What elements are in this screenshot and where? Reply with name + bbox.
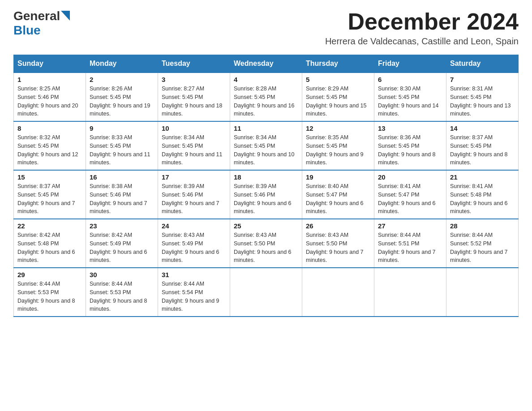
calendar-cell: 11Sunrise: 8:34 AMSunset: 5:45 PMDayligh…	[230, 121, 302, 170]
day-info: Sunrise: 8:44 AMSunset: 5:54 PMDaylight:…	[162, 280, 226, 313]
calendar-cell: 26Sunrise: 8:43 AMSunset: 5:50 PMDayligh…	[302, 219, 374, 268]
calendar-cell: 27Sunrise: 8:44 AMSunset: 5:51 PMDayligh…	[374, 219, 446, 268]
day-info: Sunrise: 8:42 AMSunset: 5:49 PMDaylight:…	[90, 231, 154, 265]
calendar-week-row: 15Sunrise: 8:37 AMSunset: 5:45 PMDayligh…	[14, 170, 519, 219]
day-number: 16	[90, 173, 154, 181]
day-info: Sunrise: 8:30 AMSunset: 5:45 PMDaylight:…	[378, 85, 442, 118]
day-info: Sunrise: 8:39 AMSunset: 5:46 PMDaylight:…	[234, 182, 298, 216]
day-number: 27	[378, 222, 442, 230]
day-number: 25	[234, 222, 298, 230]
calendar-cell: 24Sunrise: 8:43 AMSunset: 5:49 PMDayligh…	[158, 219, 230, 268]
day-info: Sunrise: 8:43 AMSunset: 5:50 PMDaylight:…	[234, 231, 298, 265]
calendar-cell: 10Sunrise: 8:34 AMSunset: 5:45 PMDayligh…	[158, 121, 230, 170]
day-number: 21	[450, 173, 515, 181]
day-number: 13	[378, 124, 442, 132]
calendar-cell: 14Sunrise: 8:37 AMSunset: 5:45 PMDayligh…	[446, 121, 519, 170]
day-info: Sunrise: 8:25 AMSunset: 5:46 PMDaylight:…	[17, 85, 82, 118]
day-number: 5	[306, 76, 370, 83]
day-number: 8	[17, 124, 82, 132]
calendar-header-monday: Monday	[86, 55, 158, 73]
day-info: Sunrise: 8:39 AMSunset: 5:46 PMDaylight:…	[162, 182, 226, 216]
day-info: Sunrise: 8:43 AMSunset: 5:49 PMDaylight:…	[162, 231, 226, 265]
day-number: 4	[234, 76, 298, 83]
calendar-cell: 20Sunrise: 8:41 AMSunset: 5:47 PMDayligh…	[374, 170, 446, 219]
page-header: General Blue December 2024 Herrera de Va…	[13, 9, 519, 47]
day-number: 22	[17, 222, 82, 230]
calendar-cell: 5Sunrise: 8:29 AMSunset: 5:45 PMDaylight…	[302, 73, 374, 121]
calendar-cell: 6Sunrise: 8:30 AMSunset: 5:45 PMDaylight…	[374, 73, 446, 121]
day-number: 15	[17, 173, 82, 181]
calendar-cell	[374, 268, 446, 317]
location-title: Herrera de Valdecanas, Castille and Leon…	[325, 36, 519, 47]
calendar-header-tuesday: Tuesday	[158, 55, 230, 73]
calendar-week-row: 1Sunrise: 8:25 AMSunset: 5:46 PMDaylight…	[14, 73, 519, 121]
logo: General Blue	[13, 9, 70, 38]
day-info: Sunrise: 8:43 AMSunset: 5:50 PMDaylight:…	[306, 231, 370, 265]
day-number: 14	[450, 124, 515, 132]
calendar-table: SundayMondayTuesdayWednesdayThursdayFrid…	[13, 55, 519, 317]
day-number: 28	[450, 222, 515, 230]
day-info: Sunrise: 8:42 AMSunset: 5:48 PMDaylight:…	[17, 231, 82, 265]
calendar-cell: 1Sunrise: 8:25 AMSunset: 5:46 PMDaylight…	[14, 73, 86, 121]
day-info: Sunrise: 8:44 AMSunset: 5:53 PMDaylight:…	[17, 280, 82, 313]
title-area: December 2024 Herrera de Valdecanas, Cas…	[325, 9, 519, 47]
calendar-cell	[230, 268, 302, 317]
day-info: Sunrise: 8:41 AMSunset: 5:48 PMDaylight:…	[450, 182, 515, 216]
calendar-cell: 18Sunrise: 8:39 AMSunset: 5:46 PMDayligh…	[230, 170, 302, 219]
day-number: 6	[378, 76, 442, 83]
calendar-week-row: 22Sunrise: 8:42 AMSunset: 5:48 PMDayligh…	[14, 219, 519, 268]
day-info: Sunrise: 8:32 AMSunset: 5:45 PMDaylight:…	[17, 133, 82, 167]
calendar-cell: 7Sunrise: 8:31 AMSunset: 5:45 PMDaylight…	[446, 73, 519, 121]
calendar-header-thursday: Thursday	[302, 55, 374, 73]
day-info: Sunrise: 8:35 AMSunset: 5:45 PMDaylight:…	[306, 133, 370, 167]
day-info: Sunrise: 8:26 AMSunset: 5:45 PMDaylight:…	[90, 85, 154, 118]
day-number: 11	[234, 124, 298, 132]
calendar-header-row: SundayMondayTuesdayWednesdayThursdayFrid…	[14, 55, 519, 73]
calendar-cell: 4Sunrise: 8:28 AMSunset: 5:45 PMDaylight…	[230, 73, 302, 121]
calendar-cell: 17Sunrise: 8:39 AMSunset: 5:46 PMDayligh…	[158, 170, 230, 219]
calendar-cell: 15Sunrise: 8:37 AMSunset: 5:45 PMDayligh…	[14, 170, 86, 219]
day-number: 2	[90, 76, 154, 83]
calendar-cell: 21Sunrise: 8:41 AMSunset: 5:48 PMDayligh…	[446, 170, 519, 219]
calendar-cell: 9Sunrise: 8:33 AMSunset: 5:45 PMDaylight…	[86, 121, 158, 170]
calendar-cell: 2Sunrise: 8:26 AMSunset: 5:45 PMDaylight…	[86, 73, 158, 121]
calendar-cell: 23Sunrise: 8:42 AMSunset: 5:49 PMDayligh…	[86, 219, 158, 268]
calendar-cell: 12Sunrise: 8:35 AMSunset: 5:45 PMDayligh…	[302, 121, 374, 170]
day-number: 18	[234, 173, 298, 181]
logo-blue-text: Blue	[13, 23, 41, 38]
calendar-cell: 28Sunrise: 8:44 AMSunset: 5:52 PMDayligh…	[446, 219, 519, 268]
calendar-cell: 25Sunrise: 8:43 AMSunset: 5:50 PMDayligh…	[230, 219, 302, 268]
calendar-cell: 22Sunrise: 8:42 AMSunset: 5:48 PMDayligh…	[14, 219, 86, 268]
logo-triangle-icon	[61, 11, 70, 21]
day-info: Sunrise: 8:44 AMSunset: 5:53 PMDaylight:…	[90, 280, 154, 313]
calendar-week-row: 8Sunrise: 8:32 AMSunset: 5:45 PMDaylight…	[14, 121, 519, 170]
day-number: 29	[17, 271, 82, 278]
calendar-body: 1Sunrise: 8:25 AMSunset: 5:46 PMDaylight…	[14, 73, 519, 317]
day-number: 19	[306, 173, 370, 181]
calendar-cell: 13Sunrise: 8:36 AMSunset: 5:45 PMDayligh…	[374, 121, 446, 170]
calendar-header-wednesday: Wednesday	[230, 55, 302, 73]
day-info: Sunrise: 8:33 AMSunset: 5:45 PMDaylight:…	[90, 133, 154, 167]
day-number: 10	[162, 124, 226, 132]
calendar-cell: 3Sunrise: 8:27 AMSunset: 5:45 PMDaylight…	[158, 73, 230, 121]
day-info: Sunrise: 8:40 AMSunset: 5:47 PMDaylight:…	[306, 182, 370, 216]
day-number: 3	[162, 76, 226, 83]
day-info: Sunrise: 8:28 AMSunset: 5:45 PMDaylight:…	[234, 85, 298, 118]
calendar-cell: 16Sunrise: 8:38 AMSunset: 5:46 PMDayligh…	[86, 170, 158, 219]
day-number: 24	[162, 222, 226, 230]
day-info: Sunrise: 8:44 AMSunset: 5:51 PMDaylight:…	[378, 231, 442, 265]
day-info: Sunrise: 8:29 AMSunset: 5:45 PMDaylight:…	[306, 85, 370, 118]
day-info: Sunrise: 8:37 AMSunset: 5:45 PMDaylight:…	[450, 133, 515, 167]
day-info: Sunrise: 8:38 AMSunset: 5:46 PMDaylight:…	[90, 182, 154, 216]
day-number: 31	[162, 271, 226, 278]
calendar-header-friday: Friday	[374, 55, 446, 73]
day-info: Sunrise: 8:44 AMSunset: 5:52 PMDaylight:…	[450, 231, 515, 265]
calendar-header-saturday: Saturday	[446, 55, 519, 73]
day-number: 17	[162, 173, 226, 181]
day-info: Sunrise: 8:31 AMSunset: 5:45 PMDaylight:…	[450, 85, 515, 118]
logo-general-text: General	[13, 9, 60, 23]
calendar-cell: 8Sunrise: 8:32 AMSunset: 5:45 PMDaylight…	[14, 121, 86, 170]
day-number: 26	[306, 222, 370, 230]
calendar-cell: 31Sunrise: 8:44 AMSunset: 5:54 PMDayligh…	[158, 268, 230, 317]
month-title: December 2024	[325, 9, 519, 34]
